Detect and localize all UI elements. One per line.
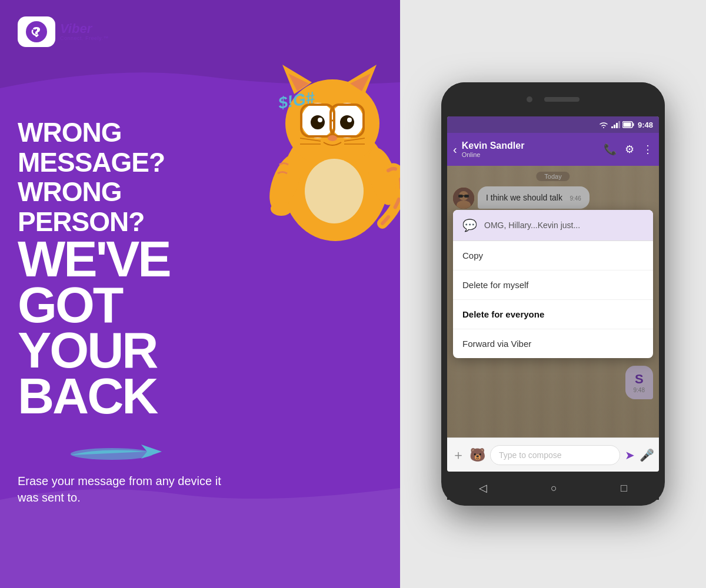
context-menu: 💬 OMG, Hillary...Kevin just... Copy Dele… xyxy=(453,210,653,358)
svg-point-25 xyxy=(271,202,292,216)
viber-logo: Viber Connect. Freely.™ xyxy=(18,16,109,47)
phone-screen: 9:48 ‹ Kevin Sandler Online 📞 ⚙ ⋮ xyxy=(447,116,659,472)
call-icon[interactable]: 📞 xyxy=(604,143,617,156)
headline-line4: YOUR BACK xyxy=(18,328,247,419)
more-icon[interactable]: ⋮ xyxy=(642,143,653,156)
compose-input[interactable]: Type to compose xyxy=(490,445,620,465)
mic-icon[interactable]: 🎤 xyxy=(640,448,654,462)
battery-icon xyxy=(622,121,634,128)
status-icons xyxy=(599,121,634,129)
add-icon[interactable]: ＋ xyxy=(452,446,465,464)
logo-bubble xyxy=(18,16,55,47)
back-arrow[interactable]: ‹ xyxy=(453,143,457,156)
context-item-delete-everyone[interactable]: Delete for everyone xyxy=(453,300,653,329)
context-preview-text: OMG, Hillary...Kevin just... xyxy=(484,220,580,230)
wifi-icon xyxy=(599,121,608,129)
headline-line1: WRONG MESSAGE? xyxy=(18,118,247,177)
front-camera xyxy=(527,96,532,102)
svg-rect-28 xyxy=(611,126,613,128)
svg-point-18 xyxy=(328,135,337,141)
back-nav-button[interactable]: ◁ xyxy=(479,482,487,495)
context-item-copy[interactable]: Copy xyxy=(453,241,653,270)
right-panel: 9:48 ‹ Kevin Sandler Online 📞 ⚙ ⋮ xyxy=(400,0,706,588)
headline-line2: WRONG PERSON? xyxy=(18,177,247,236)
phone-bottom-nav: ◁ ○ □ xyxy=(447,476,659,500)
subtext-block: Erase your message from any device it wa… xyxy=(18,473,235,506)
compose-bar: ＋ 🐻 Type to compose ➤ 🎤 xyxy=(447,437,659,472)
svg-point-17 xyxy=(347,118,352,122)
svg-rect-31 xyxy=(618,121,620,128)
arrow-decoration xyxy=(65,439,182,465)
svg-point-14 xyxy=(311,115,325,129)
svg-point-15 xyxy=(340,115,354,129)
context-item-forward[interactable]: Forward via Viber xyxy=(453,329,653,358)
send-icon[interactable]: ➤ xyxy=(625,448,635,462)
chat-header: ‹ Kevin Sandler Online 📞 ⚙ ⋮ xyxy=(447,133,659,166)
mascot-cat xyxy=(241,47,400,235)
settings-icon[interactable]: ⚙ xyxy=(625,143,634,156)
status-time: 9:48 xyxy=(638,121,653,129)
svg-rect-34 xyxy=(623,123,631,127)
chat-bubble-icon: 💬 xyxy=(462,218,477,232)
left-panel: Viber Connect. Freely.™ $!G# xyxy=(0,0,400,588)
signal-icon xyxy=(611,121,620,129)
contact-status: Online xyxy=(462,151,604,158)
header-icons: 📞 ⚙ ⋮ xyxy=(604,143,653,156)
recent-nav-button[interactable]: □ xyxy=(621,482,627,495)
headline-line3: WE'VE GOT xyxy=(18,236,247,328)
status-bar: 9:48 xyxy=(447,116,659,133)
subtext-paragraph: Erase your message from any device it wa… xyxy=(18,473,235,506)
svg-rect-29 xyxy=(614,125,615,128)
viber-logo-icon xyxy=(25,20,48,44)
context-item-delete-self[interactable]: Delete for myself xyxy=(453,270,653,300)
phone-top xyxy=(441,82,665,116)
contact-name: Kevin Sandler xyxy=(462,141,604,151)
phone-device: 9:48 ‹ Kevin Sandler Online 📞 ⚙ ⋮ xyxy=(441,82,665,506)
home-nav-button[interactable]: ○ xyxy=(551,482,557,495)
svg-point-16 xyxy=(318,118,322,122)
contact-info: Kevin Sandler Online xyxy=(462,141,604,158)
phone-speaker xyxy=(544,97,580,102)
sticker-icon[interactable]: 🐻 xyxy=(469,447,485,463)
brand-name: Viber xyxy=(60,22,109,35)
headline-block: WRONG MESSAGE? WRONG PERSON? WE'VE GOT Y… xyxy=(18,118,247,419)
logo-text: Viber Connect. Freely.™ xyxy=(60,22,109,41)
svg-rect-30 xyxy=(616,123,618,128)
svg-rect-33 xyxy=(632,123,634,126)
svg-point-27 xyxy=(71,448,153,460)
chat-body: Today xyxy=(447,166,659,437)
brand-tagline: Connect. Freely.™ xyxy=(60,35,109,41)
context-menu-header: 💬 OMG, Hillary...Kevin just... xyxy=(453,210,653,241)
svg-point-26 xyxy=(305,159,364,223)
